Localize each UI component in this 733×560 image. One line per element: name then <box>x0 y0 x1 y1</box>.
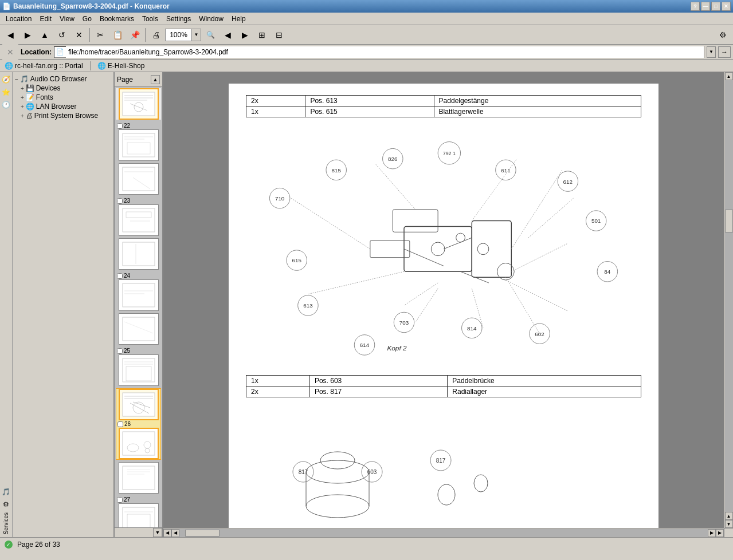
scroll-up-button[interactable]: ▲ <box>725 72 733 80</box>
thumb-img-22[interactable] <box>119 129 159 161</box>
scroll-track[interactable] <box>725 80 733 512</box>
tree-print[interactable]: + 🖨 Print System Browse <box>14 111 112 120</box>
table-row: 1x Pos. 603 Paddelbrücke <box>246 376 641 387</box>
thumb-item-blank1[interactable] <box>116 163 161 195</box>
zoom-dropdown[interactable]: ▼ <box>191 29 201 41</box>
zoom-next-button[interactable]: ▶ <box>237 27 253 43</box>
bookmark-eheli[interactable]: 🌐 E-Heli-Shop <box>95 61 147 70</box>
minimize-button[interactable]: — <box>701 2 710 11</box>
history-icon[interactable]: 🕐 <box>1 100 11 110</box>
help-button[interactable]: ? <box>691 2 700 11</box>
nav-icon[interactable]: 🧭 <box>1 74 11 85</box>
thumb-item-blank2[interactable] <box>116 238 161 270</box>
thumb-item-top[interactable] <box>116 88 161 120</box>
thumb-check-27[interactable] <box>117 497 123 503</box>
h-scroll-track[interactable] <box>179 529 708 537</box>
print-button[interactable]: 🖨 <box>148 27 164 43</box>
thumb-img-23[interactable] <box>119 204 159 236</box>
zoom-in-button[interactable]: 🔍 <box>202 27 218 43</box>
thumb-item-25[interactable]: 25 <box>116 347 161 386</box>
go-button[interactable]: → <box>718 46 731 58</box>
tree-panel: − 🎵 Audio CD Browser + 💾 Devices + 📝 Fon… <box>13 72 113 537</box>
thumb-item-blank3[interactable] <box>116 313 161 345</box>
services-icon[interactable]: ⚙ <box>1 499 11 510</box>
stop-button[interactable]: ✕ <box>71 27 87 43</box>
scroll-down-button[interactable]: ▼ <box>725 520 733 528</box>
scroll-left2-button[interactable]: ◀ <box>171 529 179 537</box>
reload-button[interactable]: ↺ <box>54 27 70 43</box>
menu-help[interactable]: Help <box>228 14 249 24</box>
menu-bookmarks[interactable]: Bookmarks <box>96 14 138 24</box>
expand-lan-icon: + <box>21 104 24 110</box>
scroll-right2-button[interactable]: ▶ <box>708 529 716 537</box>
svg-text:792 1: 792 1 <box>443 151 456 156</box>
bookmark-rcheli[interactable]: 🌐 rc-heli-fan.org :: Portal <box>2 61 85 70</box>
thumb-num-22: 22 <box>124 123 130 129</box>
tree-lan[interactable]: + 🌐 LAN Browser <box>14 102 112 111</box>
zoom-input[interactable] <box>166 31 191 39</box>
scroll-down-button-mid[interactable]: ▲ <box>725 512 733 520</box>
menu-go[interactable]: Go <box>79 14 95 24</box>
thumb-img-blank1[interactable] <box>119 163 159 195</box>
copy-button[interactable]: 📋 <box>109 27 126 43</box>
thumb-item-23[interactable]: 23 <box>116 197 161 236</box>
media-icon[interactable]: 🎵 <box>1 487 11 497</box>
thumb-item-27[interactable]: 27 <box>116 496 161 527</box>
tree-fonts[interactable]: + 📝 Fonts <box>14 93 112 102</box>
url-dropdown[interactable]: ▼ <box>707 46 716 58</box>
thumb-item-22[interactable]: 22 <box>116 122 161 161</box>
bookmark-star[interactable]: ✕ <box>2 44 18 60</box>
thumb-img-24[interactable] <box>119 279 159 311</box>
zoom-prev-button[interactable]: ◀ <box>219 27 236 43</box>
thumb-check-25[interactable] <box>117 348 123 354</box>
close-button[interactable]: ✕ <box>722 2 731 11</box>
menu-edit[interactable]: Edit <box>36 14 55 24</box>
scroll-thumb[interactable] <box>725 210 733 232</box>
cut-button[interactable]: ✂ <box>92 27 108 43</box>
settings-button[interactable]: ⚙ <box>715 27 731 43</box>
menu-location[interactable]: Location <box>2 14 35 24</box>
forward-button[interactable]: ▶ <box>19 27 36 43</box>
thumb-footer: ▼ <box>115 527 162 537</box>
thumb-check-23[interactable] <box>117 198 123 204</box>
thumb-item-blank4[interactable] <box>116 462 161 494</box>
app-icon: 📄 <box>2 2 11 10</box>
thumb-check-26[interactable] <box>117 421 123 427</box>
thumb-check-24[interactable] <box>117 273 123 279</box>
thumb-img-26b[interactable] <box>119 428 159 459</box>
menu-window[interactable]: Window <box>195 14 227 24</box>
thumb-img-top[interactable] <box>119 88 159 120</box>
thumb-item-26[interactable]: 26 <box>116 388 161 460</box>
thumb-scroll-area[interactable]: 22 <box>115 87 162 527</box>
zoom-page-button[interactable]: ⊞ <box>254 27 270 43</box>
h-scroll-thumb[interactable] <box>185 530 219 537</box>
thumb-check-22[interactable] <box>117 123 123 129</box>
back-button[interactable]: ◀ <box>2 27 18 43</box>
pdf-area[interactable]: 2x Pos. 613 Paddelgestänge 1x Pos. 615 B… <box>163 72 724 528</box>
thumb-scroll-down[interactable]: ▼ <box>153 528 162 537</box>
menu-settings[interactable]: Settings <box>163 14 194 24</box>
tree-audio-cd[interactable]: − 🎵 Audio CD Browser <box>14 74 112 84</box>
thumb-scroll-up[interactable]: ▲ <box>151 75 160 84</box>
bookmark-icon[interactable]: ⭐ <box>1 87 11 97</box>
thumb-item-24[interactable]: 24 <box>116 272 161 311</box>
thumb-img-26[interactable] <box>119 389 159 420</box>
maximize-button[interactable]: □ <box>711 2 720 11</box>
url-input[interactable] <box>66 46 704 58</box>
thumb-img-blank2[interactable] <box>119 238 159 270</box>
zoom-box: ▼ <box>165 29 201 41</box>
thumb-img-blank3[interactable] <box>119 313 159 345</box>
status-text: Page 26 of 33 <box>17 541 60 549</box>
scroll-left-button[interactable]: ◀ <box>163 529 171 537</box>
zoom-full-button[interactable]: ⊟ <box>271 27 287 43</box>
thumb-img-blank4[interactable] <box>119 462 159 494</box>
thumb-img-27[interactable] <box>119 503 159 527</box>
menu-view[interactable]: View <box>56 14 78 24</box>
menu-tools[interactable]: Tools <box>139 14 162 24</box>
tree-devices[interactable]: + 💾 Devices <box>14 84 112 93</box>
paste-button[interactable]: 📌 <box>127 27 143 43</box>
up-button[interactable]: ▲ <box>37 27 53 43</box>
scroll-right-button[interactable]: ▶ <box>716 529 724 537</box>
parts-table-1: 2x Pos. 613 Paddelgestänge 1x Pos. 615 B… <box>246 95 641 117</box>
thumb-img-25[interactable] <box>119 354 159 386</box>
